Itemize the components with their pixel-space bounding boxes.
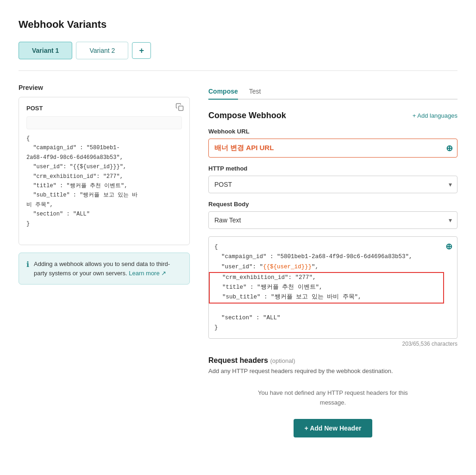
variant-tabs: Variant 1 Variant 2 + xyxy=(19,42,457,59)
request-body-select[interactable]: Raw Text JSON XML Form Data xyxy=(208,211,457,229)
compose-tab-bar: Compose Test xyxy=(208,84,457,100)
compose-panel: Compose Test Compose Webhook + Add langu… xyxy=(208,84,457,437)
body-line-2: "campaign_id" : "5801beb1-2a68-4f9d-98c6… xyxy=(214,253,413,260)
http-method-select-wrapper: POST GET PUT DELETE PATCH ▾ xyxy=(208,176,457,193)
info-icon: ℹ xyxy=(26,260,29,269)
svg-rect-0 xyxy=(179,106,183,111)
compose-section-header: Compose Webhook + Add languages xyxy=(208,111,457,120)
add-languages-button[interactable]: + Add languages xyxy=(413,112,457,119)
preview-panel: Preview POST { "campaign_id" : "5801beb1… xyxy=(19,84,190,437)
info-box: ℹ Adding a webhook allows you to send da… xyxy=(19,253,190,285)
learn-more-link[interactable]: Learn more ↗ xyxy=(129,270,166,277)
body-plus-button[interactable]: ⊕ xyxy=(445,241,452,252)
page-title: Webhook Variants xyxy=(19,19,457,31)
preview-label: Preview xyxy=(19,84,190,91)
info-text: Adding a webhook allows you to send data… xyxy=(34,260,182,278)
webhook-url-input[interactable]: 배너 변경 API URL xyxy=(208,139,457,158)
add-variant-button[interactable]: + xyxy=(132,42,151,59)
http-method-label: HTTP method xyxy=(208,165,457,172)
webhook-url-plus-button[interactable]: ⊕ xyxy=(446,143,453,153)
http-method-select[interactable]: POST GET PUT DELETE PATCH xyxy=(208,176,457,193)
request-headers-section: Request headers (optional) Add any HTTP … xyxy=(208,356,457,437)
body-code-editor[interactable]: { "campaign_id" : "5801beb1-2a68-4f9d-98… xyxy=(209,237,457,338)
request-body-select-wrapper: Raw Text JSON XML Form Data ▾ xyxy=(208,211,457,229)
body-line-3: "user_id": "{{${user_id}}}", xyxy=(214,264,319,270)
copy-button[interactable] xyxy=(175,103,184,113)
preview-code: { "campaign_id" : "5801beb1- 2a68-4f9d-9… xyxy=(26,134,182,228)
variant-tab-2[interactable]: Variant 2 xyxy=(76,42,128,59)
divider xyxy=(19,70,457,71)
request-headers-title: Request headers (optional) xyxy=(208,356,457,365)
add-new-header-button[interactable]: + Add New Header xyxy=(294,419,373,437)
body-line-8: } xyxy=(214,324,218,331)
preview-method: POST xyxy=(26,105,182,112)
tab-test[interactable]: Test xyxy=(249,84,261,100)
tab-compose[interactable]: Compose xyxy=(208,84,238,100)
char-count: 203/65,536 characters xyxy=(208,341,457,347)
body-line-7: "section" : "ALL" xyxy=(214,315,281,321)
compose-section-title-text: Compose Webhook xyxy=(208,111,286,120)
no-headers-message: You have not defined any HTTP request he… xyxy=(208,388,457,408)
body-textarea-container: ⊕ { "campaign_id" : "5801beb1-2a68-4f9d-… xyxy=(208,236,457,339)
webhook-url-field-wrapper: 배너 변경 API URL ⊕ xyxy=(208,139,457,158)
main-content: Preview POST { "campaign_id" : "5801beb1… xyxy=(19,84,457,437)
preview-box: POST { "campaign_id" : "5801beb1- 2a68-4… xyxy=(19,97,190,245)
webhook-url-label: Webhook URL xyxy=(208,128,457,135)
external-link-icon: ↗ xyxy=(161,270,166,277)
body-line-highlighted: "crm_exhibition_id": "277", "title" : "쌩… xyxy=(209,272,444,304)
request-body-label: Request Body xyxy=(208,201,457,208)
preview-url-box xyxy=(26,116,182,129)
optional-label: (optional) xyxy=(270,357,295,364)
request-headers-description: Add any HTTP request headers required by… xyxy=(208,367,457,374)
variant-tab-1[interactable]: Variant 1 xyxy=(19,42,72,59)
body-line-1: { xyxy=(214,244,218,250)
